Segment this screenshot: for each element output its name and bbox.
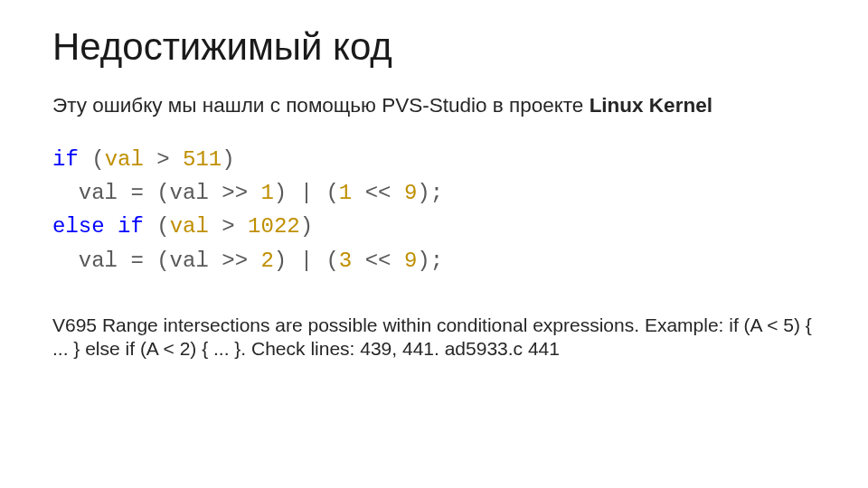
diagnostic-text: V695 Range intersections are possible wi… [52, 314, 816, 361]
code-token: ) | ( [274, 181, 339, 205]
code-token: 2 [260, 249, 273, 273]
code-token: 3 [339, 249, 352, 273]
code-token: ); [417, 181, 443, 205]
code-token: else [52, 214, 105, 239]
code-token: 511 [183, 147, 222, 172]
code-token: > [144, 147, 183, 172]
code-token: ) [222, 147, 234, 172]
slide-subtitle: Эту ошибку мы нашли с помощью PVS-Studio… [52, 94, 816, 117]
code-token: ) | ( [274, 249, 339, 273]
subtitle-text: Эту ошибку мы нашли с помощью PVS-Studio… [52, 94, 590, 117]
code-token: ); [417, 249, 443, 273]
code-token: val [105, 147, 144, 172]
code-token: val = (val >> [52, 249, 260, 273]
subtitle-project-name: Linux Kernel [590, 94, 712, 117]
code-token: > [209, 214, 248, 239]
code-token: 9 [404, 181, 417, 205]
code-token: ( [79, 147, 105, 172]
code-token: 1 [339, 181, 352, 205]
code-token: val [170, 214, 209, 239]
code-token: if [118, 214, 144, 239]
code-token: ( [144, 214, 170, 239]
code-token: << [352, 249, 404, 273]
code-token: ) [300, 214, 313, 239]
code-token: << [352, 181, 404, 205]
code-token [105, 214, 118, 239]
code-block: if (val > 511) val = (val >> 1) | (1 << … [52, 143, 816, 277]
slide-title: Недостижимый код [52, 25, 816, 69]
code-token: if [52, 147, 79, 172]
code-token: val = (val >> [52, 181, 260, 205]
code-token: 1022 [248, 214, 300, 239]
slide: Недостижимый код Эту ошибку мы нашли с п… [0, 0, 868, 488]
code-token: 1 [260, 181, 273, 205]
code-token: 9 [404, 249, 417, 273]
